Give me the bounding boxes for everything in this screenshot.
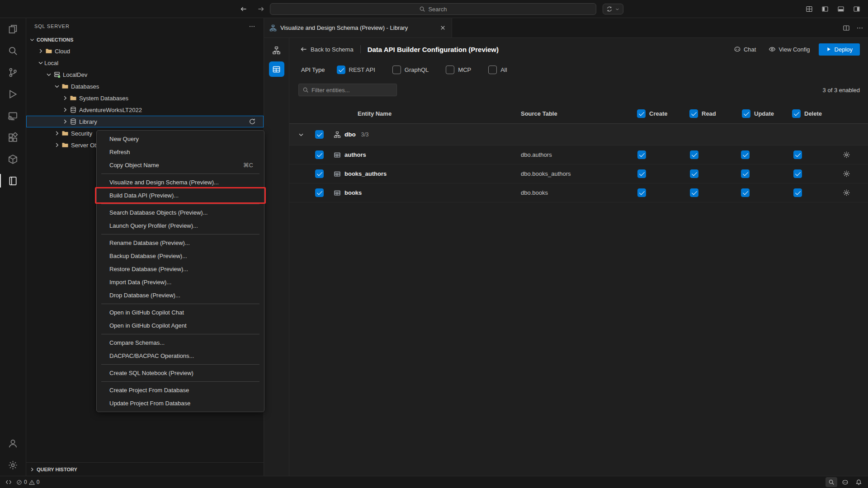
tree-item-system-databases[interactable]: System Databases	[26, 92, 264, 104]
more-actions-icon[interactable]	[856, 24, 863, 32]
menu-item-open-copilot-agent[interactable]: Open in GitHub Copilot Agent	[97, 319, 264, 332]
close-icon[interactable]	[439, 24, 446, 31]
tree-item-library[interactable]: Library	[26, 116, 264, 127]
api-option-all[interactable]: All	[488, 66, 507, 74]
deploy-button[interactable]: Deploy	[819, 43, 860, 56]
group-checkbox[interactable]	[315, 130, 324, 139]
split-editor-icon[interactable]	[843, 24, 850, 32]
remote-explorer-icon[interactable]	[0, 105, 26, 127]
menu-item-compare-schemas[interactable]: Compare Schemas...	[97, 336, 264, 349]
update-checkbox[interactable]	[741, 188, 750, 197]
delete-checkbox[interactable]	[793, 188, 802, 197]
menu-item-rename-database[interactable]: Rename Database (Preview)...	[97, 236, 264, 249]
run-debug-icon[interactable]	[0, 83, 26, 105]
source-control-icon[interactable]	[0, 61, 26, 83]
select-all-create-checkbox[interactable]	[637, 109, 646, 118]
search-input[interactable]: Search	[270, 3, 596, 15]
remote-indicator-icon[interactable]	[5, 479, 12, 485]
delete-checkbox[interactable]	[793, 150, 802, 159]
view-config-button[interactable]: View Config	[764, 44, 814, 55]
menu-item-drop-database[interactable]: Drop Database (Preview)...	[97, 289, 264, 302]
checkbox-unchecked[interactable]	[446, 66, 454, 74]
create-checkbox[interactable]	[637, 169, 646, 178]
database-projects-icon[interactable]	[0, 148, 26, 170]
menu-item-refresh[interactable]: Refresh	[97, 145, 264, 159]
entity-row-authors[interactable]: authors dbo.authors	[289, 145, 868, 164]
menu-item-visualize-design-schema[interactable]: Visualize and Design Schema (Preview)...	[97, 176, 264, 189]
sidebar-more-actions-icon[interactable]	[249, 23, 255, 30]
workflow-button[interactable]	[603, 4, 623, 14]
menu-item-dacpac-bacpac[interactable]: DACPAC/BACPAC Operations...	[97, 349, 264, 362]
row-settings-gear-icon[interactable]	[825, 170, 868, 178]
extensions-icon[interactable]	[0, 127, 26, 148]
select-all-update-checkbox[interactable]	[742, 109, 750, 118]
tree-item-local[interactable]: Local	[26, 57, 264, 69]
row-checkbox[interactable]	[315, 188, 324, 197]
toggle-panel-icon[interactable]	[835, 3, 847, 15]
zoom-icon[interactable]	[826, 477, 837, 487]
update-checkbox[interactable]	[741, 150, 750, 159]
tree-item-adventureworks[interactable]: AdventureWorksLT2022	[26, 104, 264, 116]
menu-item-restore-database[interactable]: Restore Database (Preview)...	[97, 263, 264, 276]
row-checkbox[interactable]	[315, 150, 324, 159]
tree-item-localdev[interactable]: LocalDev	[26, 69, 264, 80]
entity-row-books[interactable]: books dbo.books	[289, 183, 868, 202]
menu-item-create-sql-notebook[interactable]: Create SQL Notebook (Preview)	[97, 366, 264, 380]
menu-item-backup-database[interactable]: Backup Database (Preview)...	[97, 249, 264, 263]
refresh-icon[interactable]	[249, 118, 256, 125]
schema-group-row-dbo[interactable]: dbo 3/3	[289, 124, 868, 145]
forward-icon[interactable]	[255, 3, 267, 15]
checkbox-unchecked[interactable]	[392, 66, 401, 74]
search-view-icon[interactable]	[0, 40, 26, 61]
menu-item-search-database-objects[interactable]: Search Database Objects (Preview)...	[97, 206, 264, 219]
section-connections[interactable]: CONNECTIONS	[26, 34, 264, 45]
filter-entities-input[interactable]	[298, 84, 397, 96]
menu-item-new-query[interactable]: New Query	[97, 132, 264, 145]
row-settings-gear-icon[interactable]	[825, 189, 868, 197]
menu-item-create-project-from-database[interactable]: Create Project From Database	[97, 384, 264, 397]
notifications-bell-icon[interactable]	[853, 477, 864, 487]
account-icon[interactable]	[0, 432, 26, 454]
data-api-builder-view-button[interactable]	[269, 61, 284, 77]
filter-entities-field[interactable]	[311, 87, 393, 94]
problems-indicator[interactable]: 0 0	[16, 479, 39, 485]
menu-item-copy-object-name[interactable]: Copy Object Name⌘C	[97, 159, 264, 172]
sql-server-view-icon[interactable]	[0, 170, 26, 192]
back-icon[interactable]	[238, 3, 250, 15]
row-checkbox[interactable]	[315, 169, 324, 178]
tree-item-cloud[interactable]: Cloud	[26, 45, 264, 57]
tree-item-databases[interactable]: Databases	[26, 80, 264, 92]
menu-item-open-copilot-chat[interactable]: Open in GitHub Copilot Chat	[97, 306, 264, 319]
menu-item-launch-query-profiler[interactable]: Launch Query Profiler (Preview)...	[97, 219, 264, 232]
chevron-down-icon[interactable]	[293, 131, 309, 138]
row-settings-gear-icon[interactable]	[825, 151, 868, 159]
toggle-sidebar-icon[interactable]	[819, 3, 831, 15]
toggle-secondary-sidebar-icon[interactable]	[851, 3, 863, 15]
entity-row-books-authors[interactable]: books_authors dbo.books_authors	[289, 164, 868, 183]
checkbox-checked[interactable]	[337, 66, 345, 74]
select-all-read-checkbox[interactable]	[689, 109, 698, 118]
copilot-icon[interactable]	[839, 477, 851, 487]
section-query-history[interactable]: QUERY HISTORY	[26, 462, 264, 476]
select-all-delete-checkbox[interactable]	[792, 109, 801, 118]
back-to-schema-button[interactable]: Back to Schema	[300, 46, 354, 53]
read-checkbox[interactable]	[690, 169, 698, 178]
checkbox-unchecked[interactable]	[488, 66, 497, 74]
settings-gear-icon[interactable]	[0, 454, 26, 476]
create-checkbox[interactable]	[637, 188, 646, 197]
customize-layout-icon[interactable]	[803, 3, 815, 15]
api-option-rest[interactable]: REST API	[337, 66, 375, 74]
api-option-mcp[interactable]: MCP	[446, 66, 471, 74]
api-option-graphql[interactable]: GraphQL	[392, 66, 429, 74]
update-checkbox[interactable]	[741, 169, 750, 178]
tab-visualize-schema[interactable]: Visualize and Design Schema (Preview) - …	[264, 18, 452, 38]
schema-designer-view-button[interactable]	[269, 42, 284, 58]
menu-item-update-project-from-database[interactable]: Update Project From Database	[97, 397, 264, 410]
menu-item-build-data-api[interactable]: Build Data API (Preview)...	[97, 189, 264, 202]
read-checkbox[interactable]	[690, 150, 698, 159]
delete-checkbox[interactable]	[793, 169, 802, 178]
chat-button[interactable]: Chat	[730, 44, 760, 55]
create-checkbox[interactable]	[637, 150, 646, 159]
read-checkbox[interactable]	[690, 188, 698, 197]
explorer-icon[interactable]	[0, 18, 26, 40]
